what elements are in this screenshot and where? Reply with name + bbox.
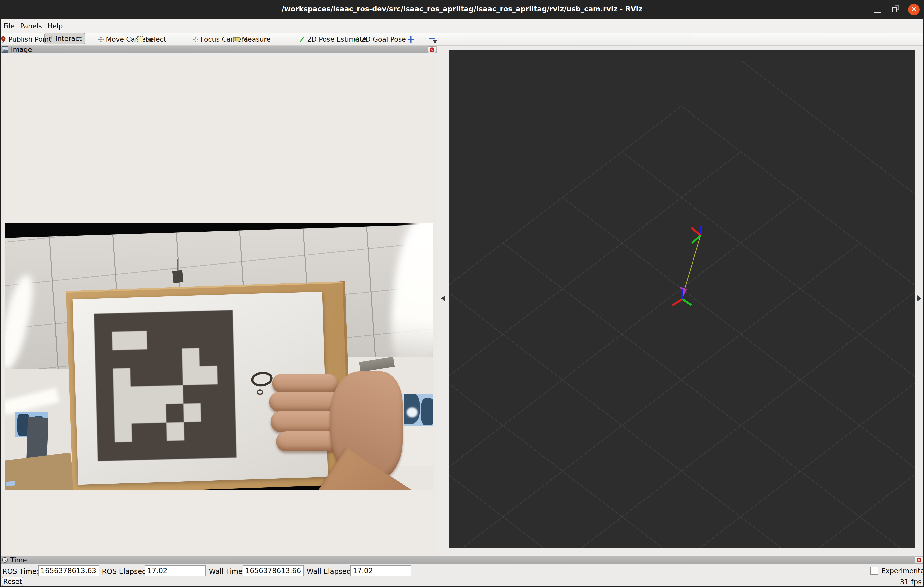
experimental-label: Experimental xyxy=(881,567,924,574)
image-panel-header[interactable]: Image ✕ xyxy=(0,46,437,53)
clock-icon xyxy=(2,557,8,563)
image-panel-title: Image xyxy=(11,46,32,53)
window-edge xyxy=(0,586,924,587)
select-box-icon xyxy=(137,36,144,43)
green-arrow-icon xyxy=(299,36,306,43)
wall-time-input[interactable] xyxy=(243,565,304,576)
collapse-right-icon[interactable] xyxy=(917,296,921,301)
minimize-icon xyxy=(874,13,881,13)
camera-photo xyxy=(5,223,433,490)
titlebar[interactable]: /workspaces/isaac_ros-dev/src/isaac_ros_… xyxy=(0,0,924,20)
clip-rod xyxy=(177,259,178,271)
wall-elapsed-label: Wall Elapsed: xyxy=(307,567,353,575)
collapse-left-icon[interactable] xyxy=(441,296,445,301)
experimental-option: Experimental xyxy=(870,567,924,574)
toolbar: ☝ Interact Move Camera Select Focus Came… xyxy=(0,33,924,46)
move-camera-icon xyxy=(97,36,104,43)
experimental-checkbox[interactable] xyxy=(870,567,878,574)
ruler-icon xyxy=(234,36,241,43)
time-panel-close-button[interactable]: ✕ xyxy=(914,557,923,563)
hand-finger xyxy=(272,374,338,393)
time-panel-title: Time xyxy=(10,556,27,564)
menu-help[interactable]: Help xyxy=(48,22,63,30)
window-edge xyxy=(923,20,924,587)
menubar: File Panels Help xyxy=(0,20,924,33)
chevron-down-icon[interactable]: ▼ xyxy=(433,39,437,45)
focus-crosshair-icon xyxy=(192,36,199,43)
ros-time-input[interactable] xyxy=(38,565,99,576)
time-panel-body: ROS Time: ROS Elapsed: Wall Time: Wall E… xyxy=(0,564,924,586)
map-pin-icon xyxy=(0,36,7,43)
splitter-handle[interactable] xyxy=(439,285,439,313)
ros-elapsed-label: ROS Elapsed: xyxy=(102,567,149,575)
panel-splitter-left[interactable] xyxy=(437,46,449,556)
image-panel-close-button[interactable]: ✕ xyxy=(427,46,436,53)
3d-viewport[interactable] xyxy=(449,50,915,548)
tf-frames xyxy=(449,50,915,548)
wall-time-label: Wall Time: xyxy=(209,567,245,575)
image-panel-content xyxy=(0,53,437,556)
desk-papers xyxy=(6,481,15,486)
wall-elapsed-input[interactable] xyxy=(350,565,411,576)
ros-elapsed-input[interactable] xyxy=(145,565,206,576)
hand-finger xyxy=(276,432,338,451)
panel-splitter-right[interactable] xyxy=(915,46,923,556)
select-tool-button[interactable]: Select xyxy=(137,33,166,46)
fps-counter: 31 fps xyxy=(900,578,921,586)
menu-panels[interactable]: Panels xyxy=(20,22,42,30)
add-tool-button[interactable]: + xyxy=(405,33,417,45)
publish-point-tool-button[interactable]: Publish Point xyxy=(0,33,51,46)
apriltag-marker xyxy=(94,310,236,461)
goal-pose-tool-button[interactable]: 2D Goal Pose xyxy=(353,33,406,46)
rviz-window: /workspaces/isaac_ros-dev/src/isaac_ros_… xyxy=(0,0,924,587)
menu-file[interactable]: File xyxy=(3,22,15,30)
maximize-button[interactable] xyxy=(886,0,904,20)
drawn-ring-small xyxy=(257,389,263,395)
green-arrow-icon xyxy=(353,36,360,43)
measure-tool-button[interactable]: Measure xyxy=(234,33,271,46)
minimize-button[interactable] xyxy=(869,0,886,20)
time-panel-header[interactable]: Time ✕ xyxy=(0,556,924,564)
ros-time-label: ROS Time: xyxy=(3,567,39,575)
image-panel-icon xyxy=(2,46,8,53)
reset-button[interactable]: Reset xyxy=(2,577,23,586)
window-title: /workspaces/isaac_ros-dev/src/isaac_ros_… xyxy=(0,5,924,13)
close-button[interactable]: ✕ xyxy=(908,4,919,15)
window-edge xyxy=(0,20,1,587)
clip xyxy=(172,270,183,283)
